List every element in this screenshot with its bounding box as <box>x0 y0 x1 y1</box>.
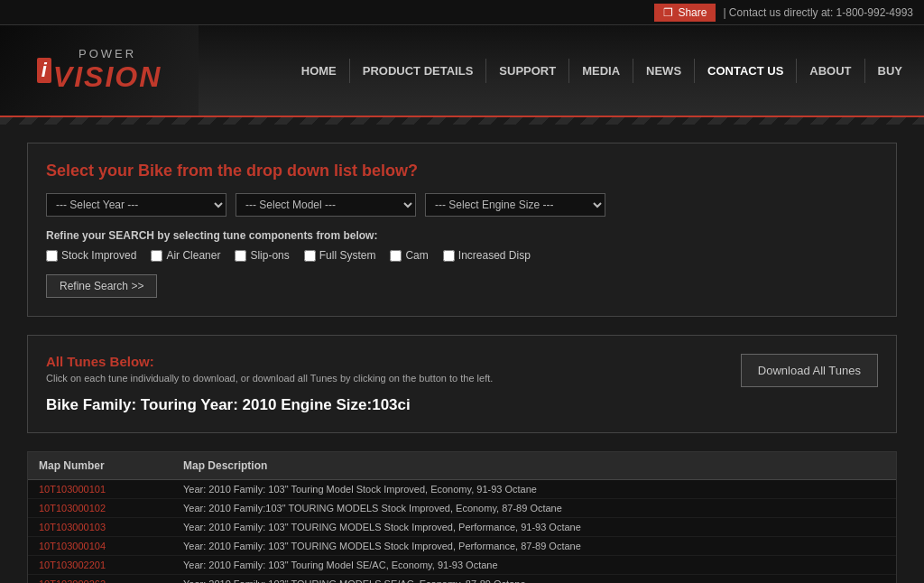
map-number-cell[interactable]: 10T103000104 <box>28 537 172 556</box>
search-panel: Select your Bike from the drop down list… <box>27 143 897 317</box>
table-row: 10T103000102Year: 2010 Family:103" TOURI… <box>28 499 896 518</box>
stock-improved-checkbox[interactable] <box>46 250 58 262</box>
tunes-title: All Tunes Below: <box>46 354 723 369</box>
tunes-subtitle: Click on each tune individually to downl… <box>46 373 723 384</box>
table-row: 10T103000262Year: 2010 Family: 103" TOUR… <box>28 575 896 584</box>
table-row: 10T103000103Year: 2010 Family: 103" TOUR… <box>28 518 896 537</box>
table-header-row: Map Number Map Description <box>28 452 896 480</box>
refine-label: Refine your SEARCH by selecting tune com… <box>46 229 878 242</box>
dropdowns-row: --- Select Year --- --- Select Model ---… <box>46 193 878 217</box>
cam-checkbox[interactable] <box>390 250 402 262</box>
refine-search-button[interactable]: Refine Search >> <box>46 274 157 298</box>
nav-buy[interactable]: BUY <box>865 59 915 83</box>
logo-vision-text: VISION <box>53 61 162 93</box>
checkbox-air-cleaner[interactable]: Air Cleaner <box>151 249 220 262</box>
search-title: Select your Bike from the drop down list… <box>46 162 878 180</box>
tunes-section: All Tunes Below: Click on each tune indi… <box>27 335 897 433</box>
checkbox-cam[interactable]: Cam <box>390 249 428 262</box>
download-all-button[interactable]: Download All Tunes <box>741 354 878 387</box>
table-row: 10T103000101Year: 2010 Family: 103" Tour… <box>28 480 896 499</box>
col-map-desc: Map Description <box>172 452 896 480</box>
contact-info: | Contact us directly at: 1-800-992-4993 <box>723 6 913 19</box>
slip-ons-checkbox[interactable] <box>235 250 246 262</box>
tunes-header-text: All Tunes Below: Click on each tune indi… <box>46 354 723 384</box>
map-desc-cell: Year: 2010 Family: 103" TOURING MODELS S… <box>172 518 896 537</box>
main-content: Select your Bike from the drop down list… <box>0 125 924 583</box>
map-desc-cell: Year: 2010 Family: 103" Touring Model St… <box>172 480 896 499</box>
table-row: 10T103002201Year: 2010 Family: 103" Tour… <box>28 556 896 575</box>
nav-support[interactable]: SUPPORT <box>486 59 569 83</box>
map-desc-cell: Year: 2010 Family: 103" TOURING MODELS S… <box>172 537 896 556</box>
tunes-tbody: 10T103000101Year: 2010 Family: 103" Tour… <box>28 480 896 584</box>
air-cleaner-label: Air Cleaner <box>166 249 220 262</box>
logo-i: i <box>37 58 51 83</box>
tunes-table: Map Number Map Description 10T103000101Y… <box>28 452 896 583</box>
engine-select[interactable]: --- Select Engine Size --- <box>425 193 605 217</box>
checkbox-increased-disp[interactable]: Increased Disp <box>443 249 531 262</box>
increased-disp-label: Increased Disp <box>458 249 531 262</box>
decorative-stripe <box>0 117 924 125</box>
cam-label: Cam <box>405 249 428 262</box>
col-map-number: Map Number <box>28 452 172 480</box>
stock-improved-label: Stock Improved <box>61 249 136 262</box>
model-select[interactable]: --- Select Model --- <box>236 193 416 217</box>
map-desc-cell: Year: 2010 Family: 103" TOURING MODELS S… <box>172 575 896 584</box>
full-system-checkbox[interactable] <box>304 250 316 262</box>
full-system-label: Full System <box>319 249 376 262</box>
year-select[interactable]: --- Select Year --- <box>46 193 226 217</box>
nav-media[interactable]: MEDIA <box>569 59 633 83</box>
checkboxes-row: Stock Improved Air Cleaner Slip-ons Full… <box>46 249 878 262</box>
logo-power-text: POWER <box>53 48 162 60</box>
nav-product-details[interactable]: PRODUCT DETAILS <box>350 59 487 83</box>
top-bar: ❐ Share | Contact us directly at: 1-800-… <box>0 0 924 25</box>
logo-area: i POWER VISION <box>0 25 199 116</box>
map-number-cell[interactable]: 10T103000262 <box>28 575 172 584</box>
logo: i POWER VISION <box>37 48 162 92</box>
share-icon: ❐ <box>663 6 673 19</box>
map-number-cell[interactable]: 10T103000102 <box>28 499 172 518</box>
slip-ons-label: Slip-ons <box>250 249 289 262</box>
nav-home[interactable]: HOME <box>289 59 350 83</box>
checkbox-slip-ons[interactable]: Slip-ons <box>235 249 289 262</box>
map-number-cell[interactable]: 10T103002201 <box>28 556 172 575</box>
table-row: 10T103000104Year: 2010 Family: 103" TOUR… <box>28 537 896 556</box>
air-cleaner-checkbox[interactable] <box>151 250 162 262</box>
checkbox-stock-improved[interactable]: Stock Improved <box>46 249 136 262</box>
nav-contact-us[interactable]: CONTACT US <box>695 59 797 83</box>
share-button[interactable]: ❐ Share <box>654 4 716 22</box>
share-label: Share <box>678 6 707 19</box>
bike-family: Bike Family: Touring Year: 2010 Engine S… <box>46 396 878 414</box>
tunes-header-row: All Tunes Below: Click on each tune indi… <box>46 354 878 387</box>
increased-disp-checkbox[interactable] <box>443 250 455 262</box>
map-number-cell[interactable]: 10T103000101 <box>28 480 172 499</box>
tunes-table-container: Map Number Map Description 10T103000101Y… <box>27 451 897 583</box>
checkbox-full-system[interactable]: Full System <box>304 249 376 262</box>
map-desc-cell: Year: 2010 Family: 103" Touring Model SE… <box>172 556 896 575</box>
main-nav: HOME PRODUCT DETAILS SUPPORT MEDIA NEWS … <box>199 25 924 116</box>
header: i POWER VISION HOME PRODUCT DETAILS SUPP… <box>0 25 924 117</box>
nav-about[interactable]: ABOUT <box>797 59 864 83</box>
map-number-cell[interactable]: 10T103000103 <box>28 518 172 537</box>
nav-news[interactable]: NEWS <box>633 59 695 83</box>
map-desc-cell: Year: 2010 Family:103" TOURING MODELS St… <box>172 499 896 518</box>
